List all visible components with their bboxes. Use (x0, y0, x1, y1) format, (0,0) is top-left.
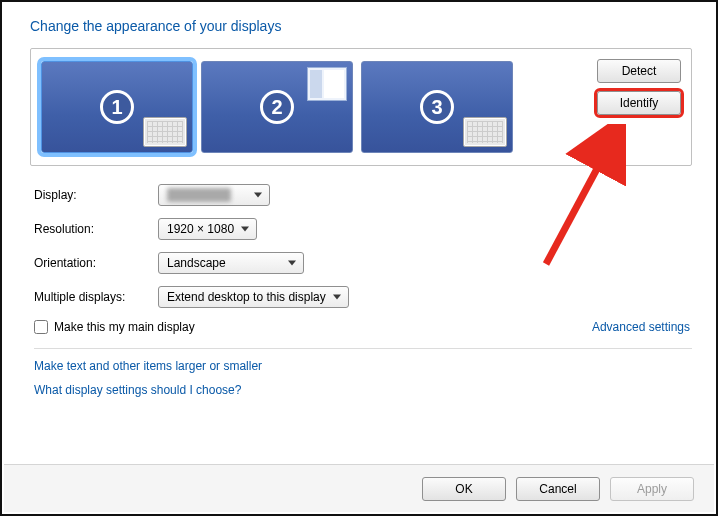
display-dropdown[interactable] (158, 184, 270, 206)
display-label: Display: (34, 188, 158, 202)
window-icon (307, 67, 347, 101)
dialog-button-bar: OK Cancel Apply (4, 464, 714, 512)
identify-button[interactable]: Identify (597, 91, 681, 115)
main-display-checkbox[interactable] (34, 320, 48, 334)
monitor-number-badge: 2 (260, 90, 294, 124)
keyboard-icon (463, 117, 507, 147)
display-help-link[interactable]: What display settings should I choose? (34, 383, 692, 397)
orientation-value: Landscape (167, 256, 226, 270)
page-title: Change the appearance of your displays (30, 18, 692, 34)
keyboard-icon (143, 117, 187, 147)
scale-items-link[interactable]: Make text and other items larger or smal… (34, 359, 692, 373)
orientation-dropdown[interactable]: Landscape (158, 252, 304, 274)
display-value-redacted (167, 188, 231, 202)
resolution-label: Resolution: (34, 222, 158, 236)
monitor-preview-1[interactable]: 1 (41, 61, 193, 153)
multiple-displays-label: Multiple displays: (34, 290, 158, 304)
resolution-dropdown[interactable]: 1920 × 1080 (158, 218, 257, 240)
monitor-preview-3[interactable]: 3 (361, 61, 513, 153)
resolution-value: 1920 × 1080 (167, 222, 234, 236)
display-arrangement-panel[interactable]: 1 2 3 Detect Identify (30, 48, 692, 166)
apply-button[interactable]: Apply (610, 477, 694, 501)
cancel-button[interactable]: Cancel (516, 477, 600, 501)
main-display-checkbox-label: Make this my main display (54, 320, 195, 334)
multiple-displays-value: Extend desktop to this display (167, 290, 326, 304)
separator (34, 348, 692, 349)
main-display-checkbox-row[interactable]: Make this my main display (34, 320, 195, 334)
advanced-settings-link[interactable]: Advanced settings (592, 320, 690, 334)
monitor-number-badge: 3 (420, 90, 454, 124)
multiple-displays-dropdown[interactable]: Extend desktop to this display (158, 286, 349, 308)
monitor-preview-2[interactable]: 2 (201, 61, 353, 153)
monitor-number-badge: 1 (100, 90, 134, 124)
ok-button[interactable]: OK (422, 477, 506, 501)
detect-button[interactable]: Detect (597, 59, 681, 83)
orientation-label: Orientation: (34, 256, 158, 270)
